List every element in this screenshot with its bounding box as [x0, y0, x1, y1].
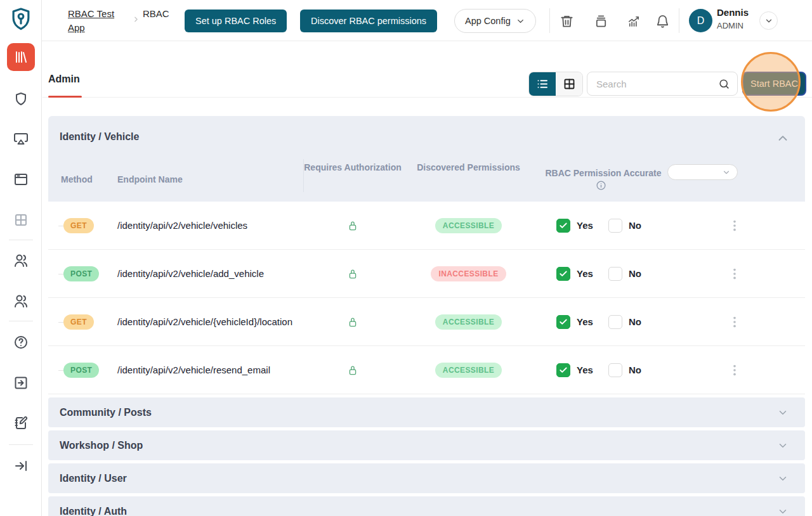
- chevron-down-icon: [777, 407, 789, 418]
- section-title: Community / Posts: [60, 407, 152, 418]
- user-menu-button[interactable]: [759, 11, 778, 30]
- sidebar-item-shield[interactable]: [8, 86, 34, 112]
- chevron-down-icon: [516, 16, 525, 26]
- method-badge: GET: [63, 218, 94, 233]
- app-logo-shield-icon: [9, 6, 33, 34]
- sidebar-item-browser[interactable]: [8, 167, 34, 192]
- header-divider: [549, 8, 550, 33]
- row-menu-button[interactable]: [728, 313, 743, 331]
- column-header-accurate: RBAC Permission Accurate: [527, 166, 679, 180]
- setup-rbac-roles-button[interactable]: Set up RBAC Roles: [185, 10, 287, 32]
- endpoint-name: /identity/api/v2/vehicle/{vehicleId}/loc…: [105, 316, 296, 327]
- breadcrumb-app-link[interactable]: RBAC Test App: [68, 7, 121, 35]
- section-title: Identity / User: [60, 473, 127, 484]
- users-icon: [13, 293, 29, 309]
- no-label: No: [629, 316, 641, 327]
- grid-view-button[interactable]: [556, 72, 582, 96]
- app-config-dropdown[interactable]: App Config: [454, 9, 536, 33]
- section-title: Workshop / Shop: [60, 440, 143, 451]
- row-menu-button[interactable]: [728, 217, 743, 235]
- discover-rbac-permissions-button[interactable]: Discover RBAC permissions: [300, 10, 437, 32]
- info-icon[interactable]: [596, 180, 606, 191]
- section-identity-user[interactable]: Identity / User: [48, 463, 805, 493]
- notifications-button[interactable]: [655, 13, 672, 29]
- archive-icon: [594, 14, 608, 29]
- search-icon: [718, 78, 730, 90]
- section-title: Identity / Auth: [60, 506, 127, 516]
- screen-share-icon: [13, 131, 29, 146]
- sidebar-item-collapse[interactable]: [8, 453, 34, 479]
- sidebar-divider: [9, 444, 33, 445]
- column-header-endpoint: Endpoint Name: [117, 172, 183, 186]
- kebab-icon: [728, 315, 742, 329]
- section-community-posts[interactable]: Community / Posts: [48, 397, 805, 427]
- row-menu-button[interactable]: [728, 361, 743, 379]
- yes-label: Yes: [577, 220, 593, 231]
- grid-icon: [13, 212, 29, 228]
- analytics-button[interactable]: [627, 13, 643, 29]
- no-label: No: [629, 220, 641, 231]
- shield-icon: [13, 91, 29, 106]
- start-rbac-button[interactable]: Start RBAC: [742, 72, 806, 96]
- chevron-down-icon: [777, 506, 789, 516]
- column-header-requires-auth: Requires Authorization: [296, 160, 410, 174]
- archive-button[interactable]: [594, 13, 610, 29]
- no-checkbox[interactable]: [608, 267, 622, 281]
- yes-checkbox[interactable]: [556, 363, 570, 377]
- yes-checkbox[interactable]: [556, 315, 570, 329]
- arrow-right-to-line-icon: [13, 458, 29, 474]
- chevron-down-icon: [777, 440, 789, 451]
- breadcrumb-chevron-icon: [132, 15, 140, 23]
- yes-checkbox[interactable]: [556, 219, 570, 233]
- yes-label: Yes: [577, 316, 593, 327]
- chevron-down-icon: [722, 168, 731, 177]
- header-divider: [679, 8, 679, 33]
- sidebar-item-help[interactable]: [8, 330, 34, 355]
- search-input[interactable]: [587, 72, 737, 95]
- section-identity-auth[interactable]: Identity / Auth: [48, 496, 805, 516]
- chevron-down-icon: [764, 16, 773, 25]
- sidebar-item-users-2[interactable]: [8, 288, 34, 314]
- user-avatar[interactable]: D: [689, 9, 712, 32]
- lock-icon: [346, 363, 359, 377]
- tab-bar: Admin Start RBAC: [43, 41, 812, 98]
- no-checkbox[interactable]: [608, 219, 622, 233]
- table-row: GET /identity/api/v2/vehicle/{vehicleId}…: [48, 298, 805, 346]
- sidebar-item-grid[interactable]: [8, 207, 34, 233]
- accuracy-filter-select[interactable]: [667, 164, 738, 180]
- list-view-icon: [536, 77, 549, 91]
- endpoint-name: /identity/api/v2/vehicle/resend_email: [105, 364, 296, 375]
- yes-checkbox[interactable]: [556, 267, 570, 281]
- permission-badge: ACCESSIBLE: [435, 363, 502, 378]
- users-icon: [13, 253, 29, 268]
- tab-admin[interactable]: Admin: [48, 74, 80, 85]
- no-checkbox[interactable]: [608, 315, 622, 329]
- no-checkbox[interactable]: [608, 363, 622, 377]
- column-header-discovered: Discovered Permissions: [410, 160, 527, 174]
- check-icon: [559, 221, 568, 230]
- sidebar-item-users-1[interactable]: [8, 248, 34, 273]
- list-view-button[interactable]: [529, 72, 556, 96]
- row-menu-button[interactable]: [728, 265, 743, 283]
- endpoint-name: /identity/api/v2/vehicle/add_vehicle: [105, 268, 296, 279]
- chevron-down-icon: [777, 473, 789, 484]
- view-toggle: [528, 72, 583, 96]
- kebab-icon: [728, 363, 742, 377]
- lock-icon: [346, 267, 359, 281]
- sidebar-item-screen-share[interactable]: [8, 126, 34, 152]
- sidebar-divider: [9, 321, 33, 321]
- no-label: No: [629, 364, 641, 375]
- section-workshop-shop[interactable]: Workshop / Shop: [48, 430, 805, 460]
- endpoint-name: /identity/api/v2/vehicle/vehicles: [105, 220, 296, 231]
- sidebar-item-library[interactable]: [7, 43, 35, 71]
- sidebar-item-notes[interactable]: [8, 410, 34, 435]
- sidebar-item-export[interactable]: [8, 370, 34, 396]
- delete-button[interactable]: [560, 13, 576, 29]
- trash-icon: [560, 14, 574, 29]
- collapse-section-button[interactable]: [776, 131, 790, 145]
- method-badge: POST: [63, 363, 99, 378]
- notebook-pen-icon: [13, 415, 29, 430]
- top-header: RBAC Test App RBAC Set up RBAC Roles Dis…: [42, 0, 812, 41]
- main-content: Admin Start RBAC Identity: [43, 41, 812, 516]
- browser-window-icon: [13, 172, 29, 187]
